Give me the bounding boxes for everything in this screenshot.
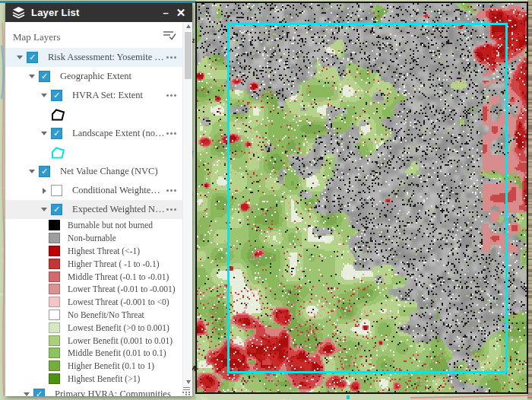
legend-item: Highest Threat (<-1) xyxy=(5,245,182,258)
layer-checkbox[interactable] xyxy=(27,52,38,63)
legend-item: Non-burnable xyxy=(5,232,182,245)
legend-label: Higher Benefit (0.1 to 1) xyxy=(68,361,154,370)
legend-item: Highest Benefit (>1) xyxy=(5,373,182,386)
chevron-down-icon[interactable] xyxy=(27,67,37,86)
legend-label: Middle Threat (-0.1 to -0.01) xyxy=(68,272,169,281)
application-window: M 42 Layer List – ✕ Map Layers xyxy=(0,0,532,400)
layer-symbol xyxy=(5,143,182,162)
layer-checkbox[interactable] xyxy=(39,71,50,82)
close-button[interactable]: ✕ xyxy=(173,6,188,20)
legend-item: No Benefit/No Threat xyxy=(5,309,182,322)
legend-swatch xyxy=(49,335,60,346)
layers-icon xyxy=(12,7,25,18)
legend-label: Highest Benefit (>1) xyxy=(68,374,140,383)
legend-swatch xyxy=(49,246,60,256)
chevron-down-icon[interactable] xyxy=(14,48,25,67)
layer-menu-button[interactable] xyxy=(165,129,178,138)
legend-swatch xyxy=(49,284,60,294)
legend-label: Burnable but not burned xyxy=(68,221,153,230)
layer-label: Expected Weighted NVC xyxy=(72,204,165,215)
legend-label: Middle Benefit (0.01 to 0.1) xyxy=(68,348,166,357)
legend-item: Lowest Benefit (>0 to 0.001) xyxy=(5,321,182,334)
scrollbar[interactable] xyxy=(182,22,192,396)
scrollbar-thumb[interactable] xyxy=(185,32,192,79)
resize-grip-icon[interactable] xyxy=(182,386,191,395)
risk-raster[interactable] xyxy=(197,3,527,392)
legend-swatch xyxy=(49,259,60,269)
layer-row[interactable]: Net Value Change (NVC) xyxy=(5,162,182,181)
legend-label: Lower Threat (-0.01 to -0.001) xyxy=(68,284,176,294)
legend-label: No Benefit/No Threat xyxy=(68,310,144,319)
layer-menu-button[interactable] xyxy=(165,91,178,100)
layer-actions-icon[interactable] xyxy=(163,30,176,43)
layer-row[interactable]: Landscape Extent (non buffered) xyxy=(5,124,182,143)
legend-label: Highest Threat (<-1) xyxy=(68,246,140,256)
legend-swatch xyxy=(49,360,60,371)
layer-row[interactable]: Conditional Weighted NVC xyxy=(5,181,182,200)
legend-item: Higher Benefit (0.1 to 1) xyxy=(5,360,182,373)
legend-swatch xyxy=(49,297,60,307)
layer-checkbox[interactable] xyxy=(33,389,45,396)
layer-checkbox[interactable] xyxy=(51,128,62,139)
chevron-right-icon[interactable] xyxy=(39,181,49,200)
layer-row[interactable]: HVRA Set: Extent xyxy=(5,86,182,105)
chevron-down-icon[interactable] xyxy=(39,124,49,143)
legend-item: Lower Benefit (0.001 to 0.01) xyxy=(5,334,182,347)
layer-menu-button[interactable] xyxy=(165,53,178,62)
legend-label: Lower Benefit (0.001 to 0.01) xyxy=(68,336,173,345)
legend-swatch xyxy=(49,233,60,243)
legend-swatch xyxy=(49,373,60,384)
scroll-up-icon[interactable] xyxy=(183,22,192,31)
legend-item: Middle Threat (-0.1 to -0.01) xyxy=(5,270,182,283)
layer-row[interactable]: Expected Weighted NVC xyxy=(5,200,182,219)
legend-label: Lowest Threat (-0.001 to <0) xyxy=(68,297,169,306)
layer-tree: Risk Assessment: Yosemite RiskGeographic… xyxy=(5,48,182,396)
panel-titlebar[interactable]: Layer List – ✕ xyxy=(5,3,192,22)
legend-swatch xyxy=(49,271,60,282)
layer-menu-button[interactable] xyxy=(165,205,178,214)
legend-label: Non-burnable xyxy=(68,233,116,243)
chevron-down-icon[interactable] xyxy=(21,385,32,396)
layer-label: Primary HVRA: Communities xyxy=(55,389,171,396)
panel-content: Map Layers Risk Assessment: Yosemite Ris… xyxy=(5,22,192,396)
layer-list-panel: Layer List – ✕ Map Layers xyxy=(5,3,192,396)
layer-checkbox[interactable] xyxy=(51,90,62,101)
chevron-down-icon[interactable] xyxy=(39,200,49,219)
legend-swatch xyxy=(49,310,60,320)
layer-label: Landscape Extent (non buffered) xyxy=(72,128,165,139)
legend-item: Lower Threat (-0.01 to -0.001) xyxy=(5,283,182,296)
legend-item: Middle Benefit (0.01 to 0.1) xyxy=(5,347,182,360)
layer-menu-button[interactable] xyxy=(165,186,178,195)
layer-label: Risk Assessment: Yosemite Risk xyxy=(48,52,165,63)
panel-title: Layer List xyxy=(31,7,79,18)
layer-symbol xyxy=(5,105,182,124)
legend-swatch xyxy=(49,220,60,230)
layer-label: HVRA Set: Extent xyxy=(72,90,143,101)
layer-label: Conditional Weighted NVC xyxy=(72,185,165,196)
legend-swatch xyxy=(49,348,60,358)
scroll-down-icon[interactable] xyxy=(183,377,192,386)
layer-checkbox[interactable] xyxy=(39,166,50,177)
legend-item: Higher Threat ( -1 to -0.1) xyxy=(5,257,182,270)
chevron-down-icon[interactable] xyxy=(39,86,49,105)
legend-label: Lowest Benefit (>0 to 0.001) xyxy=(68,323,169,332)
layer-checkbox[interactable] xyxy=(51,204,62,215)
map-layers-label: Map Layers xyxy=(13,31,60,43)
layer-row[interactable]: Geographic Extent xyxy=(5,67,182,86)
layer-checkbox[interactable] xyxy=(51,185,62,196)
minimize-button[interactable]: – xyxy=(158,7,173,18)
legend-label: Higher Threat ( -1 to -0.1) xyxy=(68,259,160,268)
layer-label: Net Value Change (NVC) xyxy=(60,166,158,177)
layer-row[interactable]: Primary HVRA: Communities xyxy=(5,385,182,396)
layer-label: Geographic Extent xyxy=(60,71,131,82)
layer-row[interactable]: Risk Assessment: Yosemite Risk xyxy=(5,48,182,67)
raster-frame xyxy=(195,2,528,394)
legend-item: Burnable but not burned xyxy=(5,219,182,232)
legend-swatch xyxy=(49,322,60,333)
legend-item: Lowest Threat (-0.001 to <0) xyxy=(5,296,182,309)
chevron-down-icon[interactable] xyxy=(27,162,37,181)
